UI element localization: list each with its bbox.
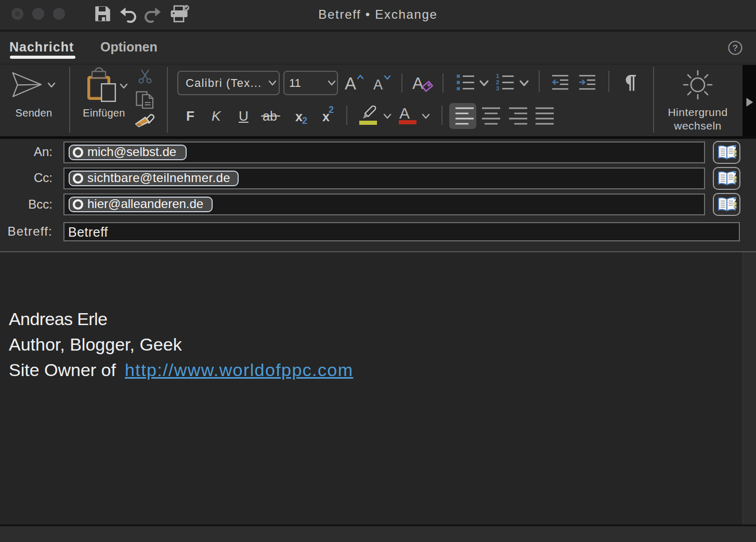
svg-text:2: 2	[496, 79, 499, 85]
svg-text:1: 1	[496, 73, 499, 79]
svg-text:?: ?	[733, 43, 738, 53]
svg-text:3: 3	[496, 85, 499, 92]
